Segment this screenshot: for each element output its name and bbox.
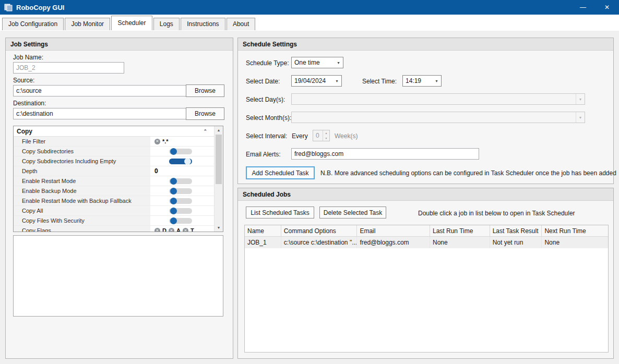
toggle-knob	[170, 217, 177, 224]
category-row-copy[interactable]: Copy ⌃	[14, 126, 223, 137]
email-alerts-label: Email Alerts:	[246, 151, 281, 158]
interval-stepper[interactable]: 0 ▲ ▼	[313, 130, 330, 141]
collapse-icon[interactable]: ⌃	[203, 129, 207, 134]
toggle-knob	[170, 188, 177, 195]
tab-strip: Job Configuration Job Monitor Scheduler …	[0, 15, 619, 31]
cell-email: fred@bloggs.com	[357, 237, 430, 248]
property-value: 0	[150, 166, 214, 176]
tab-job-configuration[interactable]: Job Configuration	[2, 18, 64, 30]
browse-destination-button[interactable]: Browse	[186, 107, 224, 120]
property-row-depth[interactable]: Depth 0	[14, 166, 214, 176]
app-icon	[4, 3, 13, 11]
schedule-type-label: Schedule Type:	[246, 59, 289, 67]
select-time-select[interactable]: 14:19 ▾	[402, 75, 442, 87]
destination-label: Destination:	[13, 100, 46, 107]
copy-flag-t: T	[191, 227, 194, 232]
column-header-last-run-time[interactable]: Last Run Time	[430, 225, 490, 237]
remove-tag-icon[interactable]: ✕	[169, 228, 174, 233]
property-row-enable-restart-mode[interactable]: Enable Restart Mode	[14, 176, 214, 186]
delete-selected-task-label: Delete Selected Task	[324, 209, 383, 216]
schedule-settings-header: Schedule Settings	[238, 38, 613, 51]
add-scheduled-task-button[interactable]: Add Scheduled Task	[246, 166, 315, 179]
column-header-next-run-time[interactable]: Next Run Time	[542, 225, 608, 237]
select-months-select[interactable]: ▾	[291, 112, 585, 123]
cell-command-options: c:\source c:\destination "...	[281, 237, 358, 248]
tab-about[interactable]: About	[227, 18, 255, 30]
property-label: Enable Restart Mode with Backup Fallback	[14, 196, 150, 205]
browse-destination-label: Browse	[195, 110, 216, 117]
source-input[interactable]	[13, 85, 188, 96]
toggle-switch[interactable]	[169, 218, 192, 224]
property-value: ✕ *.*	[150, 137, 214, 146]
tab-instructions[interactable]: Instructions	[181, 18, 225, 30]
toggle-knob	[170, 148, 177, 155]
list-scheduled-tasks-button[interactable]: List Scheduled Tasks	[246, 207, 314, 219]
list-scheduled-tasks-label: List Scheduled Tasks	[251, 209, 309, 216]
property-label: Copy Files With Security	[14, 216, 150, 225]
scroll-down-icon[interactable]: ▼	[215, 224, 223, 232]
toggle-switch[interactable]	[169, 208, 192, 214]
email-alerts-input[interactable]	[291, 148, 479, 160]
column-header-last-task-result[interactable]: Last Task Result	[490, 225, 542, 237]
property-label: Depth	[14, 166, 150, 176]
browse-source-button[interactable]: Browse	[186, 84, 224, 97]
select-date-select[interactable]: 19/04/2024 ▾	[291, 75, 342, 87]
job-name-input[interactable]	[13, 62, 124, 74]
tab-scheduler[interactable]: Scheduler	[111, 16, 152, 30]
column-header-name[interactable]: Name	[245, 225, 281, 237]
scheduled-jobs-table: Name Command Options Email Last Run Time…	[244, 225, 609, 353]
property-grid-scrollbar[interactable]: ▲ ▼	[214, 126, 223, 232]
job-name-label: Job Name:	[13, 54, 43, 61]
spin-up-icon[interactable]: ▲	[323, 130, 329, 136]
select-time-label: Select Time:	[362, 78, 397, 85]
cell-next-run-time: None	[542, 237, 608, 248]
property-row-enable-restart-backup-fallback[interactable]: Enable Restart Mode with Backup Fallback	[14, 196, 214, 206]
column-header-command-options[interactable]: Command Options	[281, 225, 358, 237]
property-label: Copy Flags	[14, 226, 150, 232]
tab-job-monitor[interactable]: Job Monitor	[65, 18, 110, 30]
toggle-switch[interactable]	[169, 159, 192, 164]
property-row-copy-all[interactable]: Copy All	[14, 206, 214, 216]
property-row-copy-subdirectories[interactable]: Copy Subdirectories	[14, 147, 214, 156]
property-row-enable-backup-mode[interactable]: Enable Backup Mode	[14, 186, 214, 196]
spin-down-icon[interactable]: ▼	[323, 136, 329, 141]
title-bar: RoboCopy GUI — ✕	[0, 0, 619, 15]
scheduled-jobs-panel: Scheduled Jobs List Scheduled Tasks Dele…	[237, 188, 614, 359]
table-row-job-1[interactable]: JOB_1 c:\source c:\destination "... fred…	[245, 237, 608, 248]
delete-selected-task-button[interactable]: Delete Selected Task	[319, 207, 386, 219]
property-label: Copy Subdirectories Including Empty	[14, 156, 150, 166]
property-row-copy-flags[interactable]: Copy Flags ✕ D ✕ A ✕ T	[14, 226, 214, 232]
weeks-label: Week(s)	[335, 132, 358, 140]
remove-tag-icon[interactable]: ✕	[154, 228, 160, 233]
toggle-switch[interactable]	[169, 188, 192, 194]
select-interval-label: Select Interval:	[246, 132, 287, 140]
toggle-switch[interactable]	[169, 178, 192, 184]
minimize-button[interactable]: —	[571, 0, 595, 15]
scroll-up-icon[interactable]: ▲	[215, 126, 223, 134]
table-header-row: Name Command Options Email Last Run Time…	[245, 225, 608, 237]
select-date-value: 19/04/2024	[292, 77, 332, 84]
toggle-switch[interactable]	[169, 149, 192, 154]
select-days-label: Select Day(s):	[246, 96, 285, 103]
source-label: Source:	[13, 77, 34, 84]
toggle-switch[interactable]	[169, 198, 192, 204]
property-value	[150, 176, 214, 186]
property-row-copy-subdirectories-including-empty[interactable]: Copy Subdirectories Including Empty	[14, 156, 214, 166]
property-row-file-filter[interactable]: File Filter ✕ *.*	[14, 137, 214, 147]
property-row-copy-files-with-security[interactable]: Copy Files With Security	[14, 216, 214, 226]
scrollbar-thumb[interactable]	[216, 135, 222, 184]
property-label: Enable Backup Mode	[14, 186, 150, 196]
remove-tag-icon[interactable]: ✕	[183, 228, 188, 233]
select-days-select[interactable]: ▾	[291, 93, 585, 105]
cell-last-run-time: None	[430, 237, 490, 248]
copy-flag-a: A	[176, 227, 181, 232]
close-button[interactable]: ✕	[595, 0, 619, 15]
remove-tag-icon[interactable]: ✕	[154, 139, 160, 144]
property-rows: File Filter ✕ *.* Copy Subdirectories Co…	[14, 137, 214, 232]
tab-logs[interactable]: Logs	[153, 18, 180, 30]
schedule-type-select[interactable]: One time ▾	[291, 57, 343, 68]
column-header-email[interactable]: Email	[357, 225, 430, 237]
property-description-box	[13, 235, 223, 317]
copy-flag-d: D	[162, 227, 166, 232]
destination-input[interactable]	[13, 108, 188, 119]
